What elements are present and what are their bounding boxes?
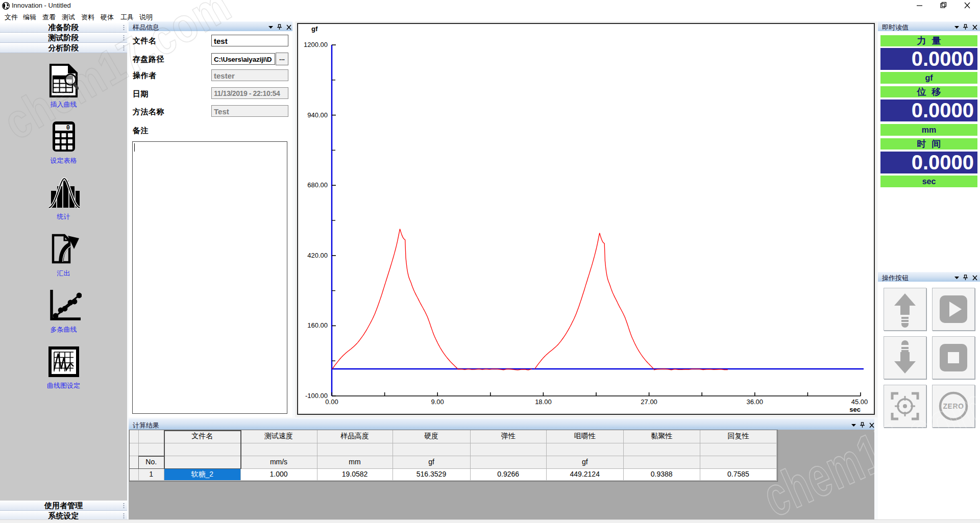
svg-text:0: 0 — [66, 124, 70, 132]
svg-text:sec: sec — [849, 406, 861, 413]
svg-text:27.00: 27.00 — [641, 398, 657, 406]
svg-text:-100.00: -100.00 — [305, 392, 328, 400]
svg-text:9.00: 9.00 — [431, 398, 444, 406]
svg-text:18.00: 18.00 — [535, 398, 552, 406]
svg-text:0.00: 0.00 — [325, 398, 338, 406]
svg-text:160.00: 160.00 — [307, 321, 328, 329]
svg-text:1200.00: 1200.00 — [304, 41, 328, 48]
svg-text:45.00: 45.00 — [851, 398, 868, 406]
svg-text:680.00: 680.00 — [307, 181, 328, 189]
svg-text:36.00: 36.00 — [747, 398, 764, 406]
svg-text:420.00: 420.00 — [307, 252, 328, 259]
svg-text:940.00: 940.00 — [307, 111, 328, 119]
svg-text:gf: gf — [311, 25, 318, 33]
